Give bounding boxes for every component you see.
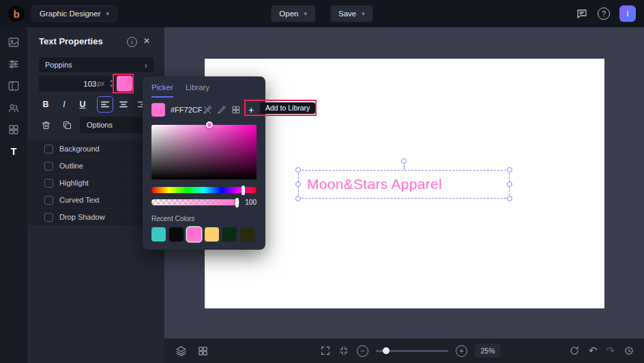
save-button[interactable]: Save ▾ — [330, 5, 373, 22]
tab-picker[interactable]: Picker — [151, 83, 173, 98]
text-tool-icon[interactable]: T — [5, 143, 22, 160]
befunky-logo[interactable]: b — [8, 5, 25, 22]
checkbox[interactable] — [44, 145, 53, 154]
swatch-grid-icon[interactable] — [231, 105, 241, 115]
opacity-slider[interactable] — [151, 199, 239, 205]
fullscreen-icon[interactable] — [320, 345, 331, 356]
color-picker-popup: Picker Library #FF72CF + — [143, 76, 265, 250]
reset-icon[interactable] — [569, 345, 580, 356]
resize-handle-mid-left[interactable] — [295, 182, 301, 187]
info-icon[interactable]: i — [127, 37, 137, 47]
align-left-button[interactable] — [97, 96, 113, 113]
font-family-select[interactable]: Poppins › — [39, 57, 153, 72]
font-size-input[interactable]: 103 px ▴ ▾ — [39, 76, 115, 91]
text-color-swatch[interactable] — [117, 76, 132, 91]
recent-color-swatch[interactable] — [169, 227, 184, 242]
saturation-field[interactable] — [151, 125, 257, 179]
grid-tool-icon[interactable] — [5, 121, 22, 138]
help-icon[interactable]: ? — [598, 8, 610, 20]
people-tool-icon[interactable] — [5, 100, 22, 116]
logo-letter: b — [13, 8, 19, 20]
save-label: Save — [338, 10, 356, 18]
edit-sliders-icon[interactable] — [5, 56, 22, 72]
layers-icon[interactable] — [175, 345, 187, 357]
toggle-label: Curved Text — [59, 196, 100, 204]
rotation-stem — [404, 164, 405, 170]
zoom-level-badge[interactable]: 25% — [475, 344, 501, 358]
open-button[interactable]: Open ▾ — [271, 5, 315, 22]
zoom-in-button[interactable]: + — [456, 345, 467, 357]
recent-color-swatch[interactable] — [205, 227, 219, 242]
resize-handle-bottom-right[interactable] — [507, 196, 512, 201]
stepper-down-icon[interactable]: ▾ — [110, 83, 113, 89]
app-menu-label: Graphic Designer — [40, 10, 100, 18]
photos-tool-icon[interactable] — [5, 34, 22, 50]
recent-color-swatch[interactable] — [187, 227, 201, 242]
history-icon[interactable] — [624, 345, 634, 356]
bold-button[interactable]: B — [38, 96, 54, 113]
stepper-up-icon[interactable]: ▴ — [110, 78, 113, 83]
templates-tool-icon[interactable] — [5, 78, 22, 94]
text-tool-letter: T — [11, 146, 17, 157]
resize-handle-top-right[interactable] — [507, 167, 512, 173]
delete-icon[interactable] — [38, 117, 54, 133]
canvas-text[interactable]: Moon&Stars Apparel — [307, 176, 442, 192]
hue-thumb[interactable] — [241, 186, 245, 195]
resize-handle-mid-right[interactable] — [507, 182, 512, 187]
options-button[interactable]: Options — [80, 117, 143, 133]
recent-colors-title: Recent Colors — [151, 215, 257, 222]
recent-color-swatch[interactable] — [222, 227, 237, 242]
checkbox[interactable] — [44, 213, 53, 222]
info-glyph: i — [132, 39, 133, 46]
redo-button[interactable]: ↷ — [606, 345, 615, 357]
opacity-row: 100 — [151, 199, 257, 206]
eyedropper-icon[interactable] — [217, 105, 226, 115]
italic-button[interactable]: I — [56, 96, 72, 113]
eyedropper-off-icon[interactable] — [203, 105, 212, 115]
checkbox[interactable] — [44, 179, 53, 188]
picker-tabs: Picker Library — [151, 83, 257, 98]
close-icon[interactable]: ✕ — [143, 36, 150, 46]
zoom-slider-thumb[interactable] — [383, 347, 390, 354]
opacity-thumb[interactable] — [235, 198, 239, 207]
toggle-label: Background — [59, 145, 100, 153]
app-menu-button[interactable]: Graphic Designer ▾ — [31, 5, 117, 22]
zoom-out-button[interactable]: − — [357, 345, 368, 357]
underline-button[interactable]: U — [74, 96, 91, 113]
recent-color-swatch[interactable] — [151, 227, 166, 242]
zoom-slider[interactable] — [376, 350, 448, 352]
rotate-handle[interactable] — [401, 158, 407, 164]
minus-glyph: − — [360, 347, 364, 355]
checkbox[interactable] — [44, 196, 53, 205]
font-size-stepper[interactable]: ▴ ▾ — [110, 78, 113, 89]
add-to-library-button[interactable]: + — [246, 104, 257, 115]
undo-button[interactable]: ↶ — [589, 345, 598, 357]
feedback-icon[interactable] — [576, 8, 588, 20]
pages-icon[interactable] — [197, 345, 209, 357]
duplicate-icon[interactable] — [59, 117, 75, 133]
chevron-down-icon: ▾ — [362, 10, 365, 17]
bottombar: − + 25% ↶ ↷ — [164, 338, 644, 363]
toggle-label: Highlight — [59, 179, 89, 187]
hue-slider[interactable] — [151, 187, 257, 193]
bold-label: B — [42, 100, 48, 109]
current-color-swatch[interactable] — [151, 103, 165, 117]
hex-input[interactable]: #FF72CF — [171, 106, 202, 114]
underline-label: U — [79, 100, 85, 109]
tab-library[interactable]: Library — [186, 83, 209, 98]
font-name: Poppins — [45, 61, 72, 69]
resize-handle-top-left[interactable] — [295, 167, 301, 173]
fit-to-screen-icon[interactable] — [338, 345, 349, 356]
recent-color-swatch[interactable] — [240, 227, 254, 242]
text-element-selection[interactable]: Moon&Stars Apparel — [298, 170, 510, 199]
tool-rail: T — [0, 27, 28, 363]
toggle-label: Drop Shadow — [59, 213, 105, 221]
checkbox[interactable] — [44, 162, 53, 171]
align-center-button[interactable] — [115, 96, 132, 113]
resize-handle-bottom-left[interactable] — [295, 196, 301, 201]
saturation-cursor[interactable] — [206, 121, 213, 128]
recent-colors — [151, 227, 257, 242]
avatar[interactable]: I — [619, 5, 636, 22]
avatar-letter: I — [626, 10, 628, 18]
hex-row: #FF72CF + — [151, 103, 257, 117]
